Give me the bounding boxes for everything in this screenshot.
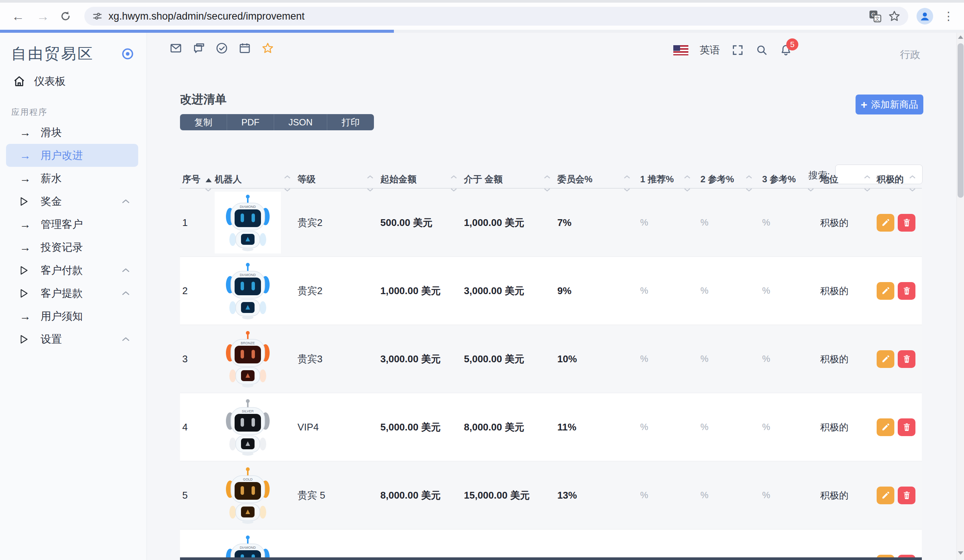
chat-icon[interactable]	[192, 42, 205, 55]
column-header-no[interactable]: 序号	[180, 171, 215, 188]
scrollbar-up-arrow[interactable]	[958, 36, 963, 39]
scrollbar-down-arrow[interactable]	[958, 551, 963, 555]
browser-profile-avatar[interactable]	[917, 8, 933, 24]
edit-button[interactable]	[877, 418, 894, 436]
edit-button[interactable]	[877, 487, 894, 504]
between-amount-cell: 1,000.00 美元	[464, 216, 524, 230]
column-header-between-amount[interactable]: 介于 金额	[463, 171, 557, 188]
bookmark-star-icon[interactable]	[888, 10, 901, 23]
url-text[interactable]: xg.hwym.shop/admin/secured/improvement	[109, 11, 862, 22]
sidebar-item-link[interactable]: →薪水	[6, 167, 138, 190]
robot-image-diamond: DIAMOND	[215, 532, 281, 560]
table-row: 3 BRONZE 贵宾3 3,000.00 美元 5,000.00 美元 10%…	[180, 325, 922, 393]
between-amount-cell: 8,000.00 美元	[464, 421, 524, 434]
browser-reload-button[interactable]	[60, 10, 76, 22]
commission-cell: 13%	[557, 490, 577, 501]
level-cell: 贵宾 5	[298, 489, 325, 502]
loading-track	[0, 30, 964, 33]
sidebar-item-group[interactable]: 设置	[6, 328, 138, 351]
row-number: 3	[182, 353, 187, 365]
status-cell: 积极的	[820, 285, 848, 297]
column-header-commission[interactable]: 委员会%	[557, 171, 637, 188]
row-number: 5	[182, 490, 187, 501]
export-button[interactable]: 打印	[327, 114, 374, 130]
delete-button[interactable]	[898, 282, 915, 300]
chevron-up-icon	[122, 199, 130, 204]
edit-button[interactable]	[877, 282, 894, 300]
page-scrollbar[interactable]	[956, 33, 964, 560]
browser-forward-button[interactable]: →	[35, 9, 51, 24]
delete-button[interactable]	[898, 350, 915, 368]
sort-up-icon	[544, 175, 550, 179]
add-new-product-button[interactable]: + 添加新商品	[855, 94, 923, 114]
improvements-table: 序号机器人等级起始金额介于 金额委员会%1 推荐%2 参考%3 参考%地位积极的…	[180, 171, 922, 560]
sidebar-item-link[interactable]: →投资记录	[6, 236, 138, 259]
start-amount-cell: 8,000.00 美元	[380, 489, 441, 502]
edit-button[interactable]	[877, 350, 894, 368]
sidebar-item-link[interactable]: →用户改进	[6, 144, 138, 167]
notifications-bell-icon[interactable]: 5	[780, 44, 792, 57]
delete-button[interactable]	[898, 418, 915, 436]
column-header-level[interactable]: 等级	[297, 171, 379, 188]
browser-menu-icon[interactable]: ⋮	[943, 14, 954, 18]
address-bar[interactable]: xg.hwym.shop/admin/secured/improvement G…	[84, 7, 908, 26]
sidebar-item-group[interactable]: 客户提款	[6, 282, 138, 304]
between-amount-cell: 5,000.00 美元	[464, 353, 524, 366]
table-body: 1 DIAMOND 贵宾2 500.00 美元 1,000.00 美元 7% %…	[180, 189, 922, 560]
export-button[interactable]: 复制	[180, 114, 227, 130]
column-header-ref2[interactable]: 2 参考%	[697, 171, 759, 188]
sidebar-item-label: 奖金	[41, 194, 62, 208]
mail-icon[interactable]	[169, 42, 182, 55]
site-info-icon[interactable]	[92, 11, 103, 21]
sidebar-item-link[interactable]: →管理客户	[6, 213, 138, 236]
sidebar-item-label: 管理客户	[41, 217, 83, 231]
column-header-ref1[interactable]: 1 推荐%	[637, 171, 697, 188]
robot-image-gold: GOLD	[215, 464, 281, 526]
svg-text:DIAMOND: DIAMOND	[240, 205, 256, 208]
ref3-cell: %	[762, 353, 770, 364]
ref3-cell: %	[762, 217, 770, 228]
export-button[interactable]: JSON	[274, 114, 327, 130]
sidebar-item-link[interactable]: →用户须知	[6, 304, 138, 328]
arrow-right-icon: →	[20, 149, 41, 162]
ref2-cell: %	[700, 353, 708, 364]
sidebar-item-group[interactable]: 奖金	[6, 190, 138, 213]
column-header-ref3[interactable]: 3 参考%	[759, 171, 820, 188]
sidebar-item-link[interactable]: →滑块	[6, 121, 138, 144]
level-cell: 贵宾2	[298, 216, 322, 230]
column-header-start-amount[interactable]: 起始金额	[379, 171, 463, 188]
home-icon	[13, 75, 34, 88]
sidebar-item-label: 用户须知	[41, 309, 83, 324]
translate-icon[interactable]: G 文	[868, 10, 882, 23]
ref1-cell: %	[640, 490, 648, 500]
delete-button[interactable]	[898, 214, 915, 231]
browser-back-button[interactable]: ←	[10, 9, 26, 24]
notification-badge: 5	[786, 38, 798, 50]
commission-cell: 10%	[557, 353, 577, 365]
fullscreen-icon[interactable]	[731, 44, 744, 57]
table-row: 4 SILVER VIP4 5,000.00 美元 8,000.00 美元 11…	[180, 393, 922, 461]
sidebar-item-group[interactable]: 客户付款	[6, 259, 138, 282]
sidebar-item-label: 仪表板	[34, 74, 65, 88]
check-circle-icon[interactable]	[215, 42, 228, 55]
table-footer-strip	[180, 557, 922, 560]
status-cell: 积极的	[820, 353, 848, 365]
edit-button[interactable]	[877, 214, 894, 231]
favorite-star-icon[interactable]	[261, 42, 274, 55]
svg-text:文: 文	[875, 16, 880, 21]
column-header-robot[interactable]: 机器人	[215, 171, 297, 188]
ref3-cell: %	[762, 490, 770, 500]
search-icon[interactable]	[756, 44, 768, 57]
calendar-icon[interactable]	[238, 42, 251, 55]
sidebar-item-label: 投资记录	[41, 240, 83, 255]
language-label[interactable]: 英语	[700, 43, 720, 57]
scrollbar-thumb[interactable]	[957, 43, 964, 198]
column-header-status[interactable]: 地位	[820, 171, 877, 188]
status-cell: 积极的	[820, 421, 848, 433]
language-flag-icon[interactable]	[673, 45, 688, 55]
sidebar-toggle-icon[interactable]	[121, 47, 134, 60]
column-header-active[interactable]: 积极的	[877, 171, 922, 188]
delete-button[interactable]	[898, 487, 915, 504]
export-button[interactable]: PDF	[227, 114, 274, 130]
sidebar-item-dashboard[interactable]: 仪表板	[0, 70, 147, 92]
